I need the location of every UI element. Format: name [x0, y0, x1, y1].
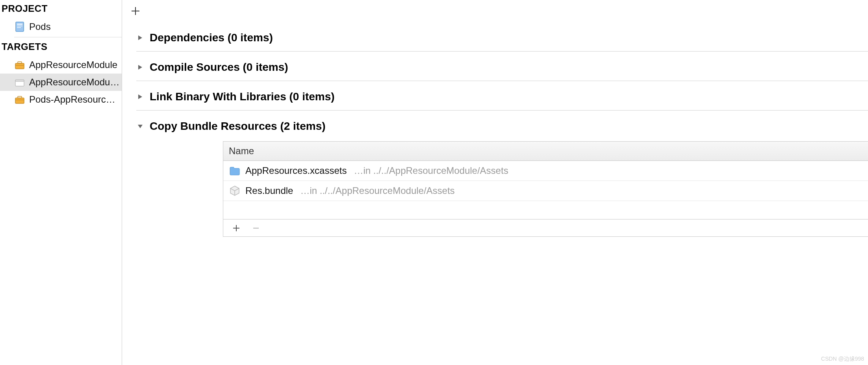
- sidebar-target-appresourcemodu-truncated[interactable]: AppResourceModu…: [0, 74, 122, 91]
- disclosure-right-icon: [136, 63, 144, 71]
- svg-marker-17: [138, 125, 143, 128]
- watermark: CSDN @边缘998: [821, 356, 864, 363]
- phase-list: Dependencies (0 items) Compile Sources (…: [122, 22, 868, 249]
- sidebar-target-pods-appresourc[interactable]: Pods-AppResourc…: [0, 91, 122, 108]
- svg-rect-5: [18, 62, 22, 63]
- disclosure-down-icon: [136, 122, 144, 130]
- phase-body-copy-bundle-resources: Name AppResources.xcassets …in ../../App…: [223, 141, 868, 237]
- phase-title: Dependencies (0 items): [150, 31, 273, 44]
- phase-title: Copy Bundle Resources (2 items): [150, 120, 326, 133]
- svg-rect-0: [16, 22, 24, 31]
- svg-marker-16: [138, 94, 142, 99]
- phase-header-copy-bundle-resources[interactable]: Copy Bundle Resources (2 items): [136, 120, 868, 133]
- phase-title: Compile Sources (0 items): [150, 61, 288, 74]
- phase-link-binary: Link Binary With Libraries (0 items): [136, 81, 868, 111]
- disclosure-right-icon: [136, 93, 144, 101]
- disclosure-right-icon: [136, 34, 144, 42]
- file-path: …in ../../AppResourceModule/Assets: [354, 165, 508, 176]
- phase-header-dependencies[interactable]: Dependencies (0 items): [136, 31, 868, 44]
- phase-title: Link Binary With Libraries (0 items): [150, 90, 335, 103]
- svg-rect-4: [15, 63, 24, 69]
- toolbox-icon: [14, 59, 25, 70]
- sidebar-project-item[interactable]: Pods: [0, 18, 122, 35]
- svg-rect-3: [17, 27, 21, 28]
- toolbox-icon: [14, 94, 25, 105]
- table-column-header-name[interactable]: Name: [223, 142, 868, 161]
- project-icon: [14, 21, 25, 32]
- svg-rect-6: [15, 65, 24, 66]
- svg-marker-14: [138, 35, 142, 40]
- folder-icon: [229, 165, 241, 177]
- resources-table: Name AppResources.xcassets …in ../../App…: [223, 141, 868, 237]
- svg-rect-8: [15, 80, 24, 81]
- svg-marker-15: [138, 65, 142, 70]
- svg-rect-10: [18, 96, 22, 98]
- add-resource-button[interactable]: [231, 223, 241, 233]
- svg-rect-1: [17, 24, 22, 25]
- main-panel: Dependencies (0 items) Compile Sources (…: [122, 0, 868, 365]
- phase-header-link-binary[interactable]: Link Binary With Libraries (0 items): [136, 90, 868, 103]
- svg-rect-11: [15, 100, 24, 100]
- table-row[interactable]: Res.bundle …in ../../AppResourceModule/A…: [223, 181, 868, 201]
- project-section-header: PROJECT: [0, 1, 122, 18]
- phase-header-compile-sources[interactable]: Compile Sources (0 items): [136, 61, 868, 74]
- phase-copy-bundle-resources: Copy Bundle Resources (2 items) Name App…: [136, 111, 868, 249]
- add-phase-button[interactable]: [128, 4, 143, 18]
- sidebar-target-appresourcemodule[interactable]: AppResourceModule: [0, 56, 122, 74]
- file-path: …in ../../AppResourceModule/Assets: [300, 185, 454, 196]
- sidebar-target-label: AppResourceModu…: [29, 77, 119, 88]
- phase-dependencies: Dependencies (0 items): [136, 22, 868, 52]
- bundle-icon: [14, 77, 25, 88]
- bundle-file-icon: [229, 185, 241, 197]
- sidebar-target-label: Pods-AppResourc…: [29, 94, 115, 105]
- svg-rect-2: [17, 26, 22, 26]
- sidebar: PROJECT Pods TARGETS AppResourceModule: [0, 0, 122, 365]
- sidebar-target-label: AppResourceModule: [29, 59, 117, 70]
- table-empty-space: [223, 201, 868, 219]
- table-footer: [223, 219, 868, 236]
- toolbar: [122, 0, 868, 22]
- svg-rect-9: [15, 98, 24, 103]
- file-name: Res.bundle: [245, 185, 293, 196]
- sidebar-project-label: Pods: [29, 21, 51, 32]
- file-name: AppResources.xcassets: [245, 165, 347, 176]
- sidebar-divider: [14, 37, 122, 37]
- table-row[interactable]: AppResources.xcassets …in ../../AppResou…: [223, 161, 868, 181]
- remove-resource-button[interactable]: [251, 223, 261, 233]
- phase-compile-sources: Compile Sources (0 items): [136, 52, 868, 81]
- targets-section-header: TARGETS: [0, 39, 122, 56]
